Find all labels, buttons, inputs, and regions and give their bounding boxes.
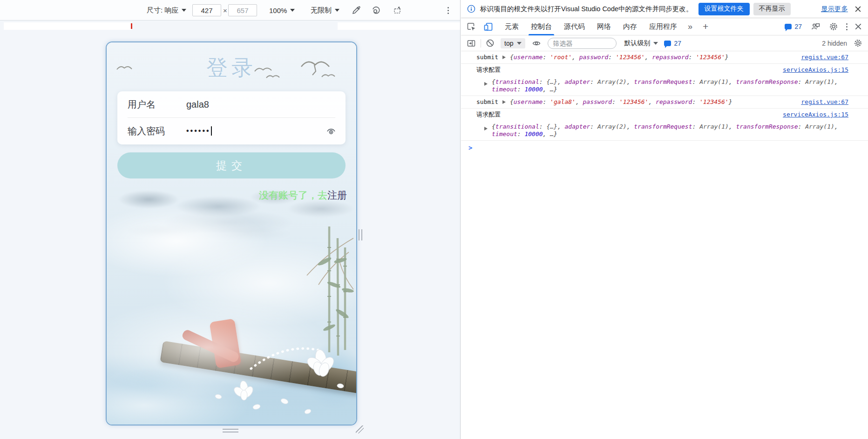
add-tab-icon[interactable]: + — [703, 21, 708, 32]
throttling-select[interactable]: 无限制 — [311, 0, 339, 21]
device-viewport: 登录 用户名 gala8 输入密码 •••••• — [106, 41, 357, 425]
password-field[interactable]: •••••• — [186, 127, 210, 135]
tab-network[interactable]: 网络 — [591, 18, 617, 35]
lens-icon[interactable] — [370, 5, 381, 16]
device-emulation-pane: 尺寸: 响应 × 100% 无限制 — [0, 0, 461, 439]
clear-console-icon[interactable] — [486, 39, 495, 48]
expand-triangle-icon[interactable] — [502, 55, 506, 59]
console-settings-gear-icon[interactable] — [854, 39, 862, 48]
password-eye-icon[interactable] — [326, 126, 336, 136]
register-line: 没有账号了，去注册 — [259, 189, 347, 202]
devtools-more-options-icon[interactable] — [846, 23, 848, 30]
username-row: 用户名 gala8 — [117, 91, 346, 117]
devtools-panel: 标识项目的根文件夹以打开Visual Studio Code中的源文件并同步更改… — [461, 0, 868, 439]
console-row: 请求配置 serviceAxios.js:15 — [461, 109, 868, 121]
dimensions-times: × — [223, 0, 227, 21]
media-query-marker — [131, 23, 132, 29]
message-bubble-icon — [785, 24, 792, 29]
console-message-count[interactable]: 27 — [785, 23, 802, 30]
console-row: 请求配置 serviceAxios.js:15 — [461, 64, 868, 76]
set-root-folder-button[interactable]: 设置根文件夹 — [698, 3, 750, 15]
caret-down-icon — [182, 9, 186, 12]
zoom-select[interactable]: 100% — [269, 0, 295, 21]
caret-down-icon — [517, 42, 522, 45]
tab-console[interactable]: 控制台 — [525, 18, 558, 35]
viewport-height-handle[interactable] — [223, 429, 238, 432]
expand-triangle-icon[interactable] — [484, 127, 488, 130]
expand-triangle-icon[interactable] — [502, 100, 506, 104]
hidden-count-label: 2 hidden — [822, 40, 847, 47]
console-sidebar-icon[interactable] — [467, 39, 476, 48]
tab-memory[interactable]: 内存 — [617, 18, 643, 35]
register-hint: 没有账号了，去 — [259, 190, 327, 200]
console-filter-input[interactable] — [548, 38, 617, 49]
caret-down-icon — [335, 9, 339, 12]
width-input[interactable] — [192, 4, 221, 16]
devtools-tabbar: 元素 控制台 源代码 网络 内存 应用程序 » + 27 — [461, 18, 868, 35]
source-link[interactable]: regist.vue:67 — [801, 54, 848, 61]
toggle-device-toolbar-icon[interactable] — [483, 22, 493, 32]
tab-application[interactable]: 应用程序 — [643, 18, 683, 35]
screenshot-root: 尺寸: 响应 × 100% 无限制 — [0, 0, 868, 439]
console-message-list: submit {username: 'root', password: '123… — [461, 51, 868, 154]
settings-gear-icon[interactable] — [829, 22, 838, 31]
username-label: 用户名 — [128, 98, 186, 111]
tab-sources[interactable]: 源代码 — [558, 18, 591, 35]
caret-down-icon — [290, 9, 295, 12]
tab-elements[interactable]: 元素 — [499, 18, 525, 35]
password-label: 输入密码 — [128, 125, 186, 137]
infobar-message: 标识项目的根文件夹以打开Visual Studio Code中的源文件并同步更改… — [480, 5, 693, 14]
throttling-value: 无限制 — [311, 6, 332, 15]
message-bubble-icon — [664, 41, 671, 46]
source-link[interactable]: serviceAxios.js:15 — [783, 66, 848, 74]
more-options-icon[interactable] — [442, 5, 454, 16]
log-level-select[interactable]: 默认级别 — [624, 39, 658, 48]
register-link[interactable]: 注册 — [327, 190, 347, 200]
console-row: {transitional: {…}, adapter: Array(2), t… — [461, 121, 868, 141]
ruler-strip-right — [338, 22, 460, 30]
login-title: 登录 — [107, 54, 356, 82]
source-link[interactable]: serviceAxios.js:15 — [783, 111, 848, 118]
console-row: submit {username: 'gala8', password: '12… — [461, 96, 868, 109]
info-icon — [467, 5, 475, 13]
password-row: 输入密码 •••••• — [117, 118, 346, 144]
more-tabs-icon[interactable]: » — [688, 22, 692, 32]
console-prompt[interactable]: > — [461, 141, 868, 154]
viewport-width-handle[interactable] — [359, 229, 362, 240]
console-row: submit {username: 'root', password: '123… — [461, 51, 868, 64]
toolbar-message-count: 27 — [664, 40, 681, 47]
live-expression-eye-icon[interactable] — [532, 39, 541, 48]
zoom-value: 100% — [269, 7, 287, 14]
username-field[interactable]: gala8 — [186, 99, 209, 110]
submit-button[interactable]: 提交 — [117, 152, 346, 178]
ruler-strip-left — [4, 22, 131, 30]
text-caret — [211, 126, 212, 136]
login-form-card: 用户名 gala8 输入密码 •••••• — [117, 91, 346, 144]
show-more-link[interactable]: 显示更多 — [821, 5, 848, 14]
console-context-select[interactable]: top — [501, 38, 525, 48]
height-input[interactable] — [228, 4, 257, 16]
infobar-close-icon[interactable] — [854, 6, 861, 13]
watercolor-background: 登录 用户名 gala8 输入密码 •••••• — [107, 42, 356, 425]
eyedropper-icon[interactable] — [351, 5, 362, 16]
devtools-infobar: 标识项目的根文件夹以打开Visual Studio Code中的源文件并同步更改… — [461, 0, 868, 18]
dimensions-label: 尺寸: 响应 — [147, 6, 178, 15]
source-link[interactable]: regist.vue:67 — [801, 98, 848, 106]
dimensions-select[interactable]: 尺寸: 响应 — [147, 0, 186, 21]
device-toolbar: 尺寸: 响应 × 100% 无限制 — [0, 0, 460, 21]
issues-icon[interactable] — [811, 22, 821, 31]
expand-triangle-icon[interactable] — [484, 82, 488, 86]
devtools-close-icon[interactable] — [854, 23, 862, 30]
console-toolbar: top 默认级别 27 2 hidden — [461, 35, 868, 51]
console-row: {transitional: {…}, adapter: Array(2), t… — [461, 76, 868, 96]
rotate-device-icon[interactable] — [393, 5, 404, 16]
prompt-chevron-icon: > — [468, 144, 472, 151]
caret-down-icon — [653, 42, 658, 45]
dismiss-button[interactable]: 不再显示 — [753, 3, 791, 15]
viewport-corner-handle[interactable] — [356, 425, 364, 433]
inspect-element-icon[interactable] — [467, 22, 476, 32]
